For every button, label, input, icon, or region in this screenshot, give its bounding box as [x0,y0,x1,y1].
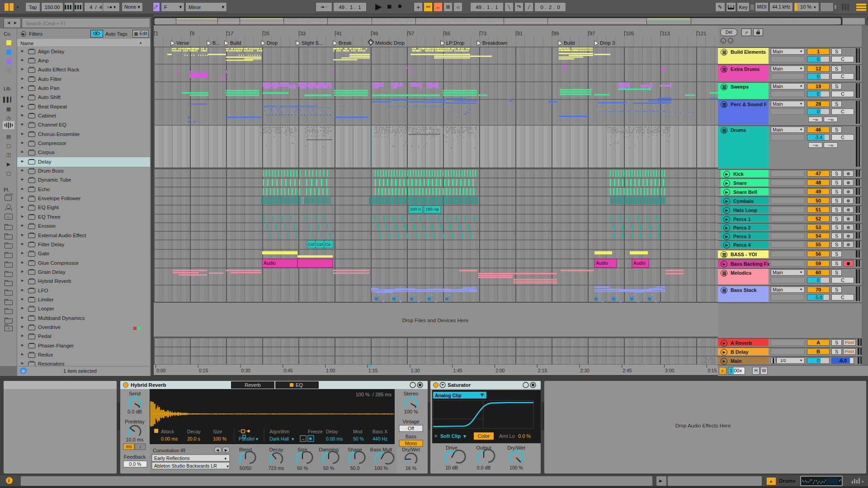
svg-text:73: 73 [481,31,486,36]
svg-text:Mono: Mono [405,441,417,446]
svg-text:17: 17 [228,31,233,36]
svg-text:▾: ▾ [224,456,226,461]
svg-text:97: 97 [590,31,595,36]
svg-text:▾: ▾ [226,464,229,469]
svg-text:57: 57 [409,31,414,36]
svg-text:Audio: Audio [596,260,608,266]
svg-text:10.0 ms: 10.0 ms [126,437,144,442]
svg-text:Col: Col [316,242,323,247]
svg-text:Mod: Mod [353,429,363,434]
svg-text:Melodic Drop: Melodic Drop [375,40,405,46]
svg-text:1:30: 1:30 [411,368,420,373]
svg-text:Feedback: Feedback [124,454,146,460]
svg-text:Decay: Decay [269,447,283,452]
svg-text:Delay: Delay [326,429,339,434]
svg-text:Bass: Bass [406,434,417,439]
svg-text:41: 41 [336,31,342,36]
svg-text:Breakdown: Breakdown [482,40,507,46]
svg-text:◀: ◀ [216,448,219,452]
svg-text:Drop Files and Devices Here: Drop Files and Devices Here [402,318,468,323]
svg-text:Analog Clip: Analog Clip [435,393,461,398]
svg-text:3:00: 3:00 [665,368,675,373]
svg-text:50 %: 50 % [353,436,364,441]
svg-text:0:00: 0:00 [156,368,166,373]
svg-text:B...: B... [212,40,220,46]
svg-text:150 Ap: 150 Ap [425,206,439,211]
svg-text:0:45: 0:45 [283,368,293,373]
svg-text:Col: Col [308,242,314,247]
svg-text:0.0 %: 0.0 % [518,433,531,439]
svg-text:Amt Lo: Amt Lo [499,433,515,439]
svg-text:100 %: 100 % [213,436,226,441]
svg-text:→: → [301,436,305,441]
svg-text:81: 81 [517,31,523,36]
svg-text:1:45: 1:45 [453,368,462,373]
svg-text:2:00: 2:00 [495,368,505,373]
svg-text:Bass Mult: Bass Mult [370,447,392,452]
svg-text:Color: Color [478,433,490,439]
svg-text:Algorithm: Algorithm [269,429,290,434]
svg-text:Size: Size [213,429,222,434]
svg-text:0:30: 0:30 [241,368,251,373]
svg-text:65: 65 [445,31,450,36]
svg-text:Drop 3: Drop 3 [600,40,615,46]
svg-text:Parallel ▾: Parallel ▾ [239,436,259,441]
svg-text:723 ms: 723 ms [269,465,284,471]
svg-text:Co: Co [325,242,330,247]
svg-text:Saturator: Saturator [448,382,471,388]
svg-text:25: 25 [264,31,269,36]
svg-text:Hybrid Reverb: Hybrid Reverb [131,382,166,388]
svg-text:3:15: 3:15 [708,368,717,373]
svg-text:100 % / 285 ms: 100 % / 285 ms [356,392,392,397]
svg-text:Decay: Decay [187,429,201,434]
svg-text:2:15: 2:15 [538,368,547,373]
svg-text:Early Reflections: Early Reflections [154,455,190,461]
svg-text:Ableton Studio Backwards LR: Ableton Studio Backwards LR [154,463,217,469]
svg-text:Freeze: Freeze [308,429,323,434]
svg-text:1:00: 1:00 [326,368,335,373]
svg-text:Build: Build [230,40,241,46]
svg-text:Verse: Verse [176,40,189,46]
svg-text:Stereo: Stereo [404,391,418,396]
svg-text:2:45: 2:45 [623,368,632,373]
svg-text:121: 121 [698,31,706,36]
svg-text:Predelay: Predelay [125,419,145,424]
svg-text:♪: ♪ [139,444,142,449]
svg-text:Reverb: Reverb [245,382,260,388]
svg-text:Drop: Drop [267,40,278,46]
svg-text:Break: Break [339,40,352,46]
svg-text:Soft Clip ▾: Soft Clip ▾ [440,433,466,439]
svg-text:0.0 %: 0.0 % [129,461,142,467]
svg-text:1:15: 1:15 [368,368,378,373]
svg-text:▶: ▶ [225,448,228,452]
svg-text:Attack: Attack [161,429,175,434]
svg-text:50/50: 50/50 [240,465,251,471]
svg-text:0.00 ms: 0.00 ms [161,436,178,441]
svg-text:LP Drop: LP Drop [446,40,464,46]
svg-text:Audio: Audio [264,260,276,266]
svg-text:Build: Build [564,40,575,46]
svg-text:Dark Hall ▾: Dark Hall ▾ [269,436,294,441]
svg-text:50 %: 50 % [297,465,308,471]
svg-text:100 %: 100 % [404,409,418,414]
svg-text:16 %: 16 % [406,465,416,471]
svg-text:Vintage: Vintage [402,419,419,424]
svg-text:ms: ms [126,444,132,449]
svg-text:49: 49 [373,31,378,36]
svg-text:50.0: 50.0 [350,465,360,471]
svg-text:Send: Send [129,391,141,396]
svg-text:2:30: 2:30 [580,368,590,373]
svg-text:100 %: 100 % [374,465,388,471]
svg-text:105: 105 [626,31,634,36]
svg-text:0:15: 0:15 [199,368,208,373]
svg-text:Dry/Wet: Dry/Wet [507,445,525,450]
svg-text:EQ: EQ [296,382,303,388]
svg-text:0.0 dB: 0.0 dB [127,409,142,414]
svg-text:89: 89 [553,31,559,36]
svg-text:Slight S...: Slight S... [302,40,323,46]
svg-text:Dry/Wet: Dry/Wet [402,447,420,452]
svg-text:✱: ✱ [309,436,312,441]
svg-text:0.0 dB: 0.0 dB [477,465,491,470]
svg-text:113: 113 [662,31,670,36]
svg-text:10 dB: 10 dB [445,465,458,470]
